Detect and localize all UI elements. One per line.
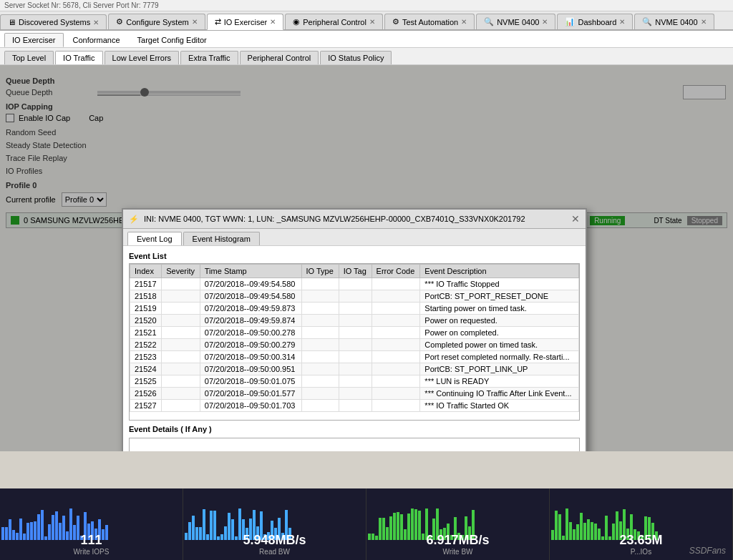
tab-nvme-b[interactable]: 🔍 NVME 0400 ✕	[634, 14, 714, 29]
modal-close-button[interactable]: ✕	[571, 213, 580, 225]
close-icon[interactable]: ✕	[619, 18, 625, 26]
stat-read-bw: 5.948MB/s Read BW	[183, 488, 366, 560]
main-content: Queue Depth Queue Depth IOP Capping Enab…	[0, 65, 733, 451]
chart-bar	[55, 511, 58, 540]
title-bar: Server Socket Nr: 5678, Cli Server Port …	[0, 0, 733, 11]
col-severity: Severity	[162, 265, 200, 278]
close-icon[interactable]: ✕	[270, 18, 276, 26]
chart-icon: 📊	[565, 17, 575, 26]
stat-write-iops: 111 Write IOPS	[0, 488, 183, 560]
io-subtab-io-traffic[interactable]: IO Traffic	[55, 51, 102, 64]
chart-bar	[400, 514, 403, 540]
close-icon[interactable]: ✕	[542, 18, 548, 26]
event-details-box	[129, 438, 580, 451]
chart-bar	[598, 529, 601, 540]
chart-bar	[105, 525, 108, 540]
tab-configure[interactable]: ⚙ Configure System ✕	[108, 14, 205, 29]
chart-bar	[30, 522, 33, 540]
modal-tab-bar: Event Log Event Histogram	[123, 229, 586, 246]
chart-bar	[231, 519, 234, 540]
close-icon[interactable]: ✕	[461, 18, 467, 26]
write-iops-label: Write IOPS	[74, 548, 110, 556]
tab-discovered[interactable]: 🖥 Discovered Systems ✕	[0, 14, 107, 29]
io-subtab-peripheral-control[interactable]: Peripheral Control	[240, 51, 319, 64]
table-row[interactable]: 2151707/20/2018--09:49:54.580*** IO Traf…	[130, 278, 579, 290]
watermark: SSDFans	[689, 546, 726, 556]
table-row[interactable]: 2151907/20/2018--09:49:59.873Starting po…	[130, 303, 579, 315]
chart-bar	[368, 534, 371, 540]
chart-bar	[66, 531, 69, 540]
chart-bar	[605, 516, 608, 540]
io-subtab-io-status-policy[interactable]: IO Status Policy	[320, 51, 392, 64]
chart-bar	[23, 534, 26, 540]
close-icon[interactable]: ✕	[192, 18, 198, 26]
chart-bar	[44, 536, 47, 540]
chart-bar	[580, 513, 583, 540]
chart-bar	[569, 522, 572, 540]
modal-tab-event-histogram[interactable]: Event Histogram	[183, 232, 260, 245]
gear-icon: ⚙	[116, 17, 123, 26]
chart-bar	[16, 533, 19, 540]
table-row[interactable]: 2151807/20/2018--09:49:54.580PortCB: ST_…	[130, 290, 579, 303]
bottom-stats-bar: 111 Write IOPS 5.948MB/s Read BW 6.917MB…	[0, 488, 733, 560]
table-row[interactable]: 2152007/20/2018--09:49:59.874Power on re…	[130, 315, 579, 327]
chart-bar	[558, 514, 561, 540]
chart-bar	[188, 522, 191, 540]
io-subtab-bar: Top Level IO Traffic Low Level Errors Ex…	[0, 48, 733, 65]
close-icon[interactable]: ✕	[93, 19, 99, 26]
col-error-code: Error Code	[372, 265, 420, 278]
chart-bar	[422, 534, 424, 540]
tab-nvme-a[interactable]: 🔍 NVME 0400 ✕	[476, 14, 555, 29]
chart-bar	[34, 521, 37, 540]
chart-bar	[228, 513, 230, 540]
tab-io-exerciser[interactable]: ⇄ IO Exerciser ✕	[207, 14, 284, 30]
subtab-io-exerciser[interactable]: IO Exerciser	[4, 33, 64, 47]
pios-number: 23.65M	[619, 533, 662, 548]
chart-bar	[573, 529, 576, 540]
gear-icon: ⚙	[392, 17, 399, 26]
chart-bar	[62, 516, 65, 540]
event-table-container[interactable]: Index Severity Time Stamp IO Type IO Tag…	[129, 263, 580, 421]
table-row[interactable]: 2152507/20/2018--09:50:01.075*** LUN is …	[130, 375, 579, 388]
chart-bar	[587, 519, 590, 540]
table-row[interactable]: 2152307/20/2018--09:50:00.314Port reset …	[130, 351, 579, 363]
peripheral-icon: ◉	[293, 17, 300, 26]
table-row[interactable]: 2152107/20/2018--09:50:00.278Power on co…	[130, 327, 579, 339]
stat-write-bw: 6.917MB/s Write BW	[366, 488, 550, 560]
table-row[interactable]: 2152407/20/2018--09:50:00.951PortCB: ST_…	[130, 363, 579, 375]
write-bw-number: 6.917MB/s	[426, 533, 489, 548]
io-subtab-top-level[interactable]: Top Level	[4, 51, 54, 64]
chart-bar	[382, 518, 385, 540]
main-tab-bar: 🖥 Discovered Systems ✕ ⚙ Configure Syste…	[0, 11, 733, 31]
chart-bar	[565, 509, 568, 540]
table-row[interactable]: 2152707/20/2018--09:50:01.703*** IO Traf…	[130, 400, 579, 412]
subtab-conformance[interactable]: Conformance	[65, 33, 128, 47]
subtab-target-config[interactable]: Target Config Editor	[130, 33, 215, 47]
chart-bar	[418, 511, 421, 540]
tab-test-automation[interactable]: ⚙ Test Automation ✕	[384, 14, 475, 29]
close-icon[interactable]: ✕	[701, 18, 707, 26]
col-index: Index	[130, 265, 162, 278]
table-row[interactable]: 2152607/20/2018--09:50:01.577*** Continu…	[130, 388, 579, 400]
chart-bar	[5, 527, 8, 540]
chart-bar	[59, 523, 62, 540]
chart-bar	[583, 523, 586, 540]
chart-bar	[562, 536, 565, 540]
chart-bar	[375, 536, 378, 540]
chart-bar	[41, 510, 44, 540]
chart-bar	[386, 527, 389, 540]
table-row[interactable]: 2152207/20/2018--09:50:00.279Completed p…	[130, 339, 579, 351]
col-description: Event Description	[420, 265, 579, 278]
io-subtab-extra-traffic[interactable]: Extra Traffic	[180, 51, 238, 64]
modal-tab-event-log[interactable]: Event Log	[127, 232, 182, 245]
chart-bar	[407, 514, 410, 540]
chart-bar	[594, 524, 597, 540]
io-subtab-low-level[interactable]: Low Level Errors	[105, 51, 180, 64]
close-icon[interactable]: ✕	[369, 18, 375, 26]
chart-bar	[37, 514, 40, 540]
modal-overlay: ⚡ INI: NVME 0400, TGT WWN: 1, LUN: _SAMS…	[0, 65, 733, 451]
chart-bar	[576, 524, 579, 540]
chart-bar	[616, 511, 618, 540]
tab-dashboard[interactable]: 📊 Dashboard ✕	[557, 14, 633, 29]
tab-peripheral[interactable]: ◉ Peripheral Control ✕	[285, 14, 383, 29]
